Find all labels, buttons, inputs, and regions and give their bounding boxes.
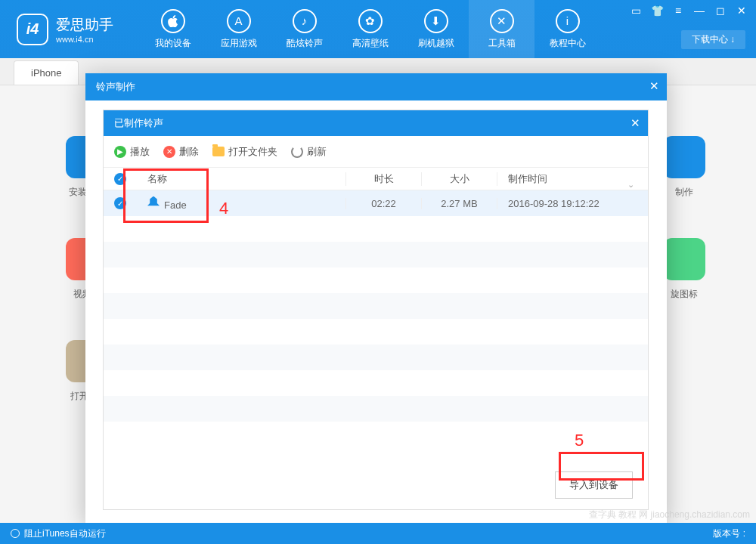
window-controls: ▭ 👕 ≡ — ◻ ✕ [629, 5, 748, 17]
annotation-number-5: 5 [575, 431, 584, 450]
download-center-button[interactable]: 下载中心 ↓ [681, 30, 745, 49]
chevron-down-icon: ⌄ [627, 180, 634, 190]
table-row[interactable]: ✓ Fade 02:22 2.27 MB 2016-09-28 19:12:22 [104, 190, 648, 216]
logo: i4 爱思助手 www.i4.cn [0, 14, 140, 45]
nav-label: 教程中心 [550, 37, 586, 50]
nav-my-device[interactable]: 我的设备 [140, 0, 206, 58]
app-name: 爱思助手 [56, 15, 113, 35]
col-mtime[interactable]: 制作时间⌄ [497, 172, 648, 186]
open-folder-button[interactable]: 打开文件夹 [212, 145, 277, 159]
button-label: 刷新 [307, 145, 327, 159]
tools-icon: ✕ [490, 9, 514, 33]
table-row [104, 267, 648, 293]
folder-icon [212, 147, 225, 156]
table-row [104, 293, 648, 319]
col-name[interactable]: 名称 [137, 172, 345, 186]
main-nav: 我的设备 A应用游戏 ♪酷炫铃声 ✿高清壁纸 ⬇刷机越狱 ✕工具箱 i教程中心 [140, 0, 600, 58]
button-label: 打开文件夹 [228, 145, 277, 159]
check-icon: ✓ [114, 197, 126, 209]
close-icon[interactable]: ✕ [631, 116, 640, 130]
flower-icon: ✿ [358, 9, 383, 33]
row-duration: 02:22 [345, 198, 421, 209]
row-mtime: 2016-09-28 19:12:22 [497, 198, 648, 209]
play-icon: ▶ [114, 146, 126, 158]
delete-icon: ✕ [163, 146, 175, 158]
apps-icon: A [227, 9, 251, 33]
row-name: Fade [137, 196, 345, 211]
radio-icon [11, 529, 20, 538]
table-row [104, 216, 648, 242]
col-duration[interactable]: 时长 [345, 172, 421, 186]
version-label: 版本号 : [713, 527, 745, 540]
table-row [104, 242, 648, 267]
feedback-icon[interactable]: ▭ [629, 5, 643, 17]
table-header: ✓ 名称 时长 大小 制作时间⌄ [104, 168, 648, 190]
col-size[interactable]: 大小 [421, 172, 497, 186]
info-icon: i [556, 9, 580, 33]
tab-iphone[interactable]: iPhone [14, 60, 79, 85]
nav-label: 工具箱 [488, 37, 516, 50]
nav-tutorials[interactable]: i教程中心 [534, 0, 600, 58]
dialog-title: 铃声制作 [96, 80, 135, 94]
app-url: www.i4.cn [56, 35, 113, 44]
nav-toolbox[interactable]: ✕工具箱 [469, 0, 534, 58]
close-icon[interactable]: ✕ [649, 79, 659, 93]
row-size: 2.27 MB [421, 198, 497, 209]
refresh-icon [291, 146, 303, 158]
table-row [104, 396, 648, 422]
dialog-footer: 导入到设备 [555, 471, 633, 499]
table-row [104, 319, 648, 345]
tile-icon [663, 136, 705, 178]
import-to-device-button[interactable]: 导入到设备 [555, 471, 633, 499]
play-button[interactable]: ▶播放 [114, 145, 150, 159]
app-header: i4 爱思助手 www.i4.cn 我的设备 A应用游戏 ♪酷炫铃声 ✿高清壁纸… [0, 0, 756, 58]
table-row [104, 422, 648, 447]
nav-label: 酷炫铃声 [287, 37, 323, 50]
ringtone-maker-dialog: 铃声制作 ✕ 已制作铃声 ✕ ▶播放 ✕删除 打开文件夹 刷新 ✓ 名称 时长 … [85, 73, 667, 523]
status-text: 阻止iTunes自动运行 [24, 528, 106, 539]
select-all-checkbox[interactable]: ✓ [104, 173, 137, 185]
made-ringtones-dialog: 已制作铃声 ✕ ▶播放 ✕删除 打开文件夹 刷新 ✓ 名称 时长 大小 制作时间… [103, 110, 649, 510]
nav-ringtones[interactable]: ♪酷炫铃声 [271, 0, 337, 58]
button-label: 播放 [130, 145, 150, 159]
tile-icon [663, 238, 705, 280]
maximize-icon[interactable]: ◻ [714, 5, 727, 17]
nav-label: 我的设备 [155, 37, 191, 50]
minimize-icon[interactable]: — [692, 5, 706, 17]
annotation-number-4: 4 [219, 199, 228, 218]
status-bar: 阻止iTunes自动运行 版本号 : [0, 523, 756, 544]
col-label: 制作时间 [508, 173, 547, 184]
check-icon: ✓ [114, 173, 126, 185]
nav-label: 高清壁纸 [352, 37, 389, 50]
button-label: 删除 [179, 145, 199, 159]
delete-button[interactable]: ✕删除 [163, 145, 199, 159]
menu-icon[interactable]: ≡ [671, 5, 685, 17]
toolbar: ▶播放 ✕删除 打开文件夹 刷新 [104, 136, 648, 168]
ringtone-icon [147, 196, 160, 209]
nav-label: 应用游戏 [221, 37, 257, 50]
nav-apps[interactable]: A应用游戏 [206, 0, 271, 58]
skin-icon[interactable]: 👕 [650, 5, 664, 17]
nav-jailbreak[interactable]: ⬇刷机越狱 [403, 0, 469, 58]
table-row [104, 370, 648, 396]
itunes-toggle[interactable]: 阻止iTunes自动运行 [11, 527, 106, 540]
dialog-titlebar: 已制作铃声 ✕ [104, 110, 648, 136]
bell-icon: ♪ [293, 9, 317, 33]
dialog-titlebar: 铃声制作 ✕ [85, 73, 667, 100]
row-checkbox[interactable]: ✓ [104, 197, 137, 209]
close-icon[interactable]: ✕ [735, 5, 748, 17]
apple-icon [161, 9, 185, 33]
refresh-button[interactable]: 刷新 [291, 145, 327, 159]
dialog-title: 已制作铃声 [114, 116, 163, 130]
nav-label: 刷机越狱 [418, 37, 454, 50]
download-icon: ⬇ [424, 9, 448, 33]
name-text: Fade [164, 199, 187, 211]
table-row [104, 345, 648, 370]
logo-icon: i4 [17, 14, 48, 45]
nav-wallpapers[interactable]: ✿高清壁纸 [337, 0, 403, 58]
table-body: ✓ Fade 02:22 2.27 MB 2016-09-28 19:12:22 [104, 190, 648, 447]
